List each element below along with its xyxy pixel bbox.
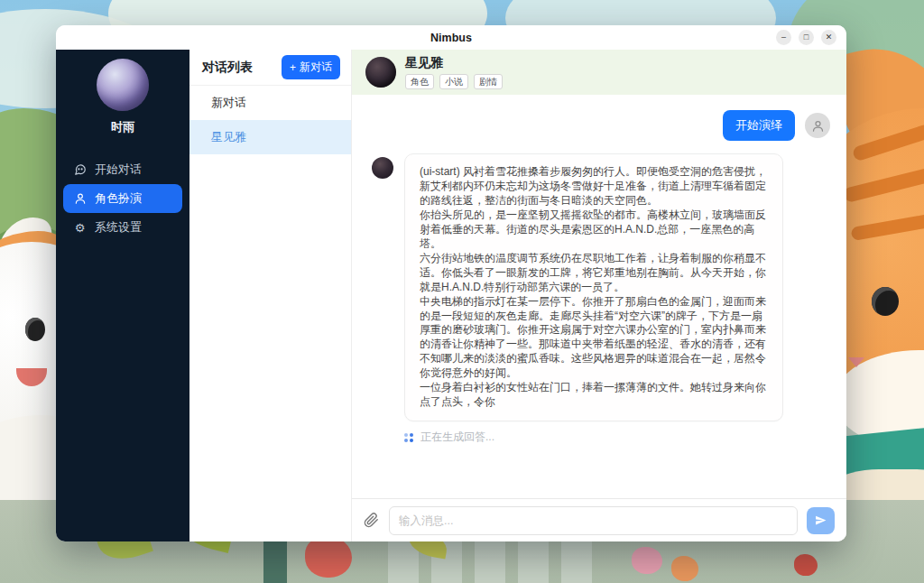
title-bar[interactable]: Nimbus – □ ✕	[56, 25, 846, 50]
window-title: Nimbus	[430, 32, 472, 44]
message-input[interactable]	[389, 506, 798, 535]
tag-novel: 小说	[439, 74, 468, 89]
sidebar-item-label: 系统设置	[95, 219, 142, 236]
generation-status: 正在生成回答...	[404, 430, 830, 445]
character-meta: 星见雅 角色 小说 剧情	[405, 55, 503, 89]
right-cat-eye	[872, 287, 899, 316]
gear-icon: ⚙	[73, 221, 87, 235]
conversation-item-selected[interactable]: 星见雅	[189, 120, 351, 154]
persona-toggle-button[interactable]	[805, 113, 830, 138]
user-avatar[interactable]	[97, 59, 149, 111]
chat-bubble-icon	[73, 163, 87, 177]
sidebar-nav: 开始对话 角色扮演 ⚙ 系统设置	[56, 155, 189, 242]
chat-panel: 星见雅 角色 小说 剧情 开始演绎 (ui-st	[352, 50, 846, 541]
new-conversation-label: 新对话	[300, 60, 332, 75]
loading-spinner-icon	[404, 433, 413, 442]
sidebar-item-roleplay[interactable]: 角色扮演	[63, 184, 182, 213]
start-performance-button[interactable]: 开始演绎	[723, 110, 795, 141]
close-button[interactable]: ✕	[821, 30, 836, 45]
paper-plane-icon	[815, 514, 827, 526]
person-icon	[73, 192, 87, 206]
app-window: Nimbus – □ ✕ 时雨 开始对话	[56, 25, 846, 541]
red-flower	[305, 536, 352, 578]
tag-role: 角色	[405, 74, 434, 89]
message-input-bar	[352, 498, 846, 541]
person-icon	[811, 119, 825, 133]
message-avatar[interactable]	[372, 157, 393, 179]
minimize-button[interactable]: –	[776, 30, 791, 45]
new-conversation-button[interactable]: + 新对话	[282, 55, 340, 79]
window-controls: – □ ✕	[776, 30, 836, 45]
conversation-item-new[interactable]: 新对话	[189, 86, 351, 120]
maximize-button[interactable]: □	[799, 30, 814, 45]
attachment-paperclip-icon[interactable]	[364, 513, 380, 529]
sidebar-item-label: 角色扮演	[95, 190, 142, 207]
pink-flower	[632, 547, 662, 574]
character-tags: 角色 小说 剧情	[405, 74, 503, 89]
message-row: (ui-start) 风衬着雪花推搡着步履匆匆的行人。即便饱受空洞的危害侵扰，新…	[372, 153, 830, 421]
character-avatar[interactable]	[365, 57, 396, 88]
username: 时雨	[111, 119, 134, 135]
character-header: 星见雅 角色 小说 剧情	[352, 50, 846, 95]
left-cat-eye	[25, 318, 45, 341]
orange-flower	[671, 556, 698, 581]
sidebar-item-label: 开始对话	[95, 162, 142, 178]
chat-body: 开始演绎 (ui-start) 风衬着雪花推搡着步履匆匆的行人。即便饱受空洞的危…	[352, 95, 846, 498]
chat-actions: 开始演绎	[372, 110, 830, 141]
conversation-list-header: 对话列表 + 新对话	[189, 50, 351, 86]
red-flower	[794, 554, 818, 576]
sidebar-item-start-chat[interactable]: 开始对话	[63, 155, 182, 184]
message-bubble: (ui-start) 风衬着雪花推搡着步履匆匆的行人。即便饱受空洞的危害侵扰，新…	[404, 153, 783, 421]
conversation-list-title: 对话列表	[202, 60, 253, 76]
sidebar: 时雨 开始对话 角色扮演 ⚙ 系统设置	[56, 50, 189, 541]
right-cat-nose	[848, 357, 864, 367]
sidebar-item-settings[interactable]: ⚙ 系统设置	[63, 213, 182, 242]
tag-plot: 剧情	[474, 74, 503, 89]
conversation-list-panel: 对话列表 + 新对话 新对话 星见雅	[189, 50, 352, 541]
send-button[interactable]	[807, 507, 835, 534]
generation-status-text: 正在生成回答...	[420, 430, 494, 445]
character-name: 星见雅	[405, 55, 503, 71]
plus-icon: +	[290, 61, 296, 74]
